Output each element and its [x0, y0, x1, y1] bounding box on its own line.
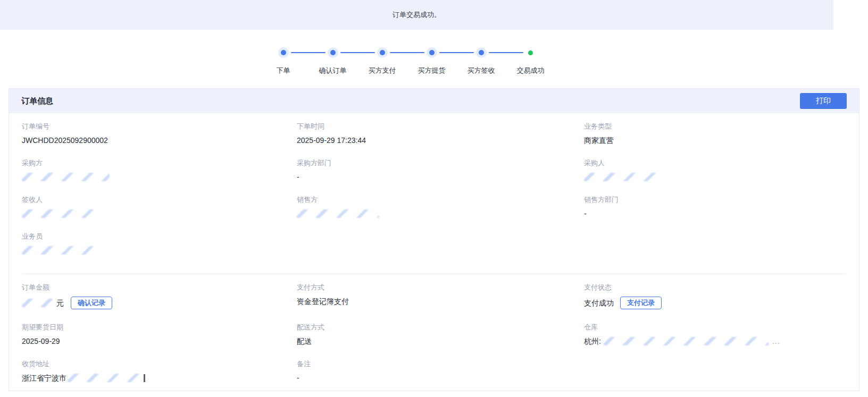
redacted-value — [604, 337, 769, 345]
payment-record-button[interactable]: 支付记录 — [620, 297, 662, 309]
field-row: 签收人 销售方 销售方部门 - — [22, 187, 846, 223]
field-address: 收货地址 浙江省宁波市 — [22, 351, 297, 387]
step-label: 买方提货 — [407, 66, 456, 75]
field-label: 支付状态 — [584, 283, 846, 292]
step-label: 确认订单 — [308, 66, 357, 75]
truncated-character — [144, 374, 145, 382]
status-banner-text: 订单交易成功。 — [393, 10, 441, 20]
redacted-value — [22, 299, 53, 307]
field-signee: 签收人 — [22, 187, 297, 223]
order-progress-stepper: 下单 确认订单 买方支付 买方提货 买方签收 交易成功 — [258, 47, 555, 75]
field-delivery-method: 配送方式 配送 — [297, 314, 584, 351]
step-dot-icon — [429, 50, 435, 55]
step-trade-success: 交易成功 — [506, 47, 555, 75]
step-place-order: 下单 — [258, 47, 308, 75]
field-purchaser: 采购方 — [22, 150, 297, 187]
field-label: 期望要货日期 — [22, 323, 297, 332]
field-label: 采购方部门 — [297, 159, 584, 167]
field-row: 收货地址 浙江省宁波市 备注 - — [22, 351, 846, 387]
field-warehouse: 仓库 杭州: ... — [584, 314, 846, 351]
status-banner: 订单交易成功。 — [0, 0, 833, 30]
order-info-body: 订单编号 JWCHDD2025092900002 下单时间 2025-09-29… — [9, 113, 859, 391]
card-title: 订单信息 — [21, 96, 53, 106]
field-expected-date: 期望要货日期 2025-09-29 — [22, 314, 297, 351]
step-buyer-pay: 买方支付 — [357, 47, 407, 75]
field-value: JWCHDD2025092900002 — [22, 136, 297, 145]
field-row: 订单编号 JWCHDD2025092900002 下单时间 2025-09-29… — [22, 113, 846, 150]
field-seller-dept: 销售方部门 - — [584, 187, 846, 223]
field-purchase-person: 采购人 — [584, 150, 846, 187]
field-row: 业务员 — [22, 223, 846, 260]
step-confirm-order: 确认订单 — [308, 47, 357, 75]
field-value: - — [297, 172, 584, 182]
field-label: 采购方 — [22, 159, 297, 167]
redacted-value — [22, 246, 99, 255]
pay-status-text: 支付成功 — [584, 298, 614, 308]
step-dot-icon — [479, 50, 484, 55]
field-value: 资金登记簿支付 — [297, 297, 584, 306]
field-label: 采购人 — [584, 159, 846, 167]
field-value: 商家直营 — [584, 136, 846, 145]
redacted-value — [584, 173, 658, 181]
print-button[interactable]: 打印 — [800, 93, 847, 109]
field-row: 采购方 采购方部门 - 采购人 — [22, 150, 846, 187]
order-info-header: 订单信息 打印 — [9, 89, 859, 113]
field-label: 订单金额 — [22, 283, 297, 292]
field-label: 订单编号 — [22, 122, 297, 131]
field-order-no: 订单编号 JWCHDD2025092900002 — [22, 113, 297, 150]
field-label: 业务类型 — [584, 122, 846, 131]
field-value: 配送 — [297, 336, 584, 346]
order-info-card: 订单信息 打印 订单编号 JWCHDD2025092900002 下单时间 20… — [9, 88, 859, 391]
redacted-value — [297, 209, 379, 218]
confirm-record-button[interactable]: 确认记录 — [71, 297, 112, 309]
field-order-amount: 订单金额 元 确认记录 — [22, 274, 297, 314]
step-dot-icon — [281, 50, 286, 55]
redacted-value — [68, 374, 142, 382]
field-value: - — [297, 373, 584, 383]
step-dot-icon — [380, 50, 385, 55]
field-label: 备注 — [297, 360, 584, 368]
field-label: 销售方部门 — [584, 196, 846, 204]
field-label: 配送方式 — [297, 323, 584, 332]
step-success-dot-icon — [528, 50, 533, 55]
step-dot-icon — [330, 50, 336, 55]
field-value: 2025-09-29 — [22, 336, 297, 346]
field-row: 期望要货日期 2025-09-29 配送方式 配送 仓库 杭州: ... — [22, 314, 846, 351]
step-label: 买方支付 — [357, 66, 407, 75]
step-label: 交易成功 — [506, 66, 555, 75]
step-buyer-pickup: 买方提货 — [407, 47, 456, 75]
field-remark: 备注 - — [297, 351, 584, 387]
field-label: 收货地址 — [22, 360, 297, 368]
field-seller: 销售方 — [297, 187, 584, 223]
step-label: 下单 — [258, 66, 308, 75]
field-business-type: 业务类型 商家直营 — [584, 113, 846, 150]
field-pay-status: 支付状态 支付成功 支付记录 — [584, 274, 846, 314]
warehouse-prefix: 杭州: — [584, 336, 601, 346]
field-label: 业务员 — [22, 232, 297, 241]
field-label: 签收人 — [22, 196, 297, 204]
field-label: 销售方 — [297, 196, 584, 204]
field-label: 支付方式 — [297, 283, 584, 292]
redacted-value — [22, 209, 102, 218]
field-salesman: 业务员 — [22, 223, 297, 260]
amount-unit: 元 — [56, 298, 64, 308]
field-value: 2025-09-29 17:23:44 — [297, 136, 584, 145]
field-label: 下单时间 — [297, 122, 584, 131]
redacted-value — [22, 173, 110, 181]
field-purchaser-dept: 采购方部门 - — [297, 150, 584, 187]
field-order-time: 下单时间 2025-09-29 17:23:44 — [297, 113, 584, 150]
address-prefix: 浙江省宁波市 — [22, 373, 66, 383]
field-pay-method: 支付方式 资金登记簿支付 — [297, 274, 584, 314]
step-buyer-sign: 买方签收 — [456, 47, 506, 75]
step-label: 买方签收 — [456, 66, 506, 75]
field-value: - — [584, 209, 846, 218]
field-label: 仓库 — [584, 323, 846, 332]
warehouse-ellipsis: ... — [772, 336, 780, 346]
field-row: 订单金额 元 确认记录 支付方式 资金登记簿支付 支付状态 支付成功 支付记录 — [22, 274, 846, 314]
